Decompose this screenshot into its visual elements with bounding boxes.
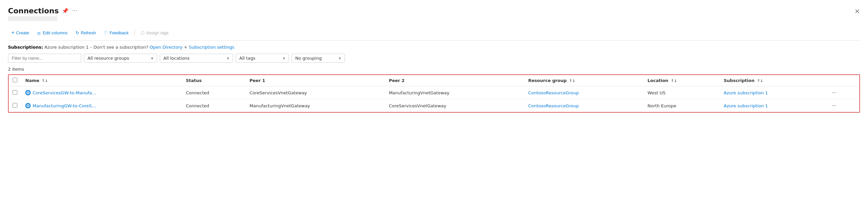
resource-group-sort-icon[interactable]: ↑↓: [569, 79, 575, 83]
table-header: Name ↑↓ Status Peer 1 Peer 2 Resource gr…: [9, 75, 859, 86]
row-actions-cell: ···: [826, 99, 859, 112]
subscription-link[interactable]: Azure subscription 1: [724, 90, 768, 95]
row-subscription-cell: Azure subscription 1: [720, 99, 826, 112]
row-peer1-cell: ManufacturingVnetGateway: [246, 99, 385, 112]
row-subscription-cell: Azure subscription 1: [720, 86, 826, 99]
tags-label: All tags: [239, 56, 255, 61]
locations-dropdown[interactable]: All locations ∨: [160, 54, 233, 63]
locations-label: All locations: [163, 56, 190, 61]
chevron-down-icon: ∨: [339, 56, 341, 60]
row-resource-group-cell: ContosoResourceGroup: [524, 86, 644, 99]
subscription-column-header: Subscription ↑↓: [720, 75, 826, 86]
status-column-header: Status: [182, 75, 246, 86]
chevron-down-icon: ∨: [151, 56, 153, 60]
connection-status-icon: [25, 90, 31, 95]
row-location-cell: North Europe: [644, 99, 720, 112]
location-column-header: Location ↑↓: [644, 75, 720, 86]
name-sort-icon[interactable]: ↑↓: [42, 79, 48, 83]
chevron-down-icon: ∨: [227, 56, 229, 60]
plus-icon: +: [11, 30, 14, 36]
item-count: 2 items: [8, 67, 860, 72]
row-name-cell: CoreServicesGW-to-Manufa…: [21, 86, 182, 99]
select-all-checkbox[interactable]: [13, 78, 17, 82]
row-more-button[interactable]: ···: [830, 102, 838, 109]
row-more-button[interactable]: ···: [830, 89, 838, 96]
page-title: Connections: [8, 7, 59, 15]
assign-tags-icon: ⬡: [141, 30, 145, 35]
connections-table: Name ↑↓ Status Peer 1 Peer 2 Resource gr…: [9, 75, 859, 112]
filters-row: All resource groups ∨ All locations ∨ Al…: [8, 54, 860, 63]
row-name-cell: ManufacturingGW-to-CoreS…: [21, 99, 182, 112]
feedback-icon: ♡: [104, 30, 108, 35]
peer1-column-header: Peer 1: [246, 75, 385, 86]
edit-columns-icon: ⚌: [37, 30, 41, 35]
open-directory-link[interactable]: Open Directory: [149, 45, 182, 50]
row-peer2-cell: ManufacturingVnetGateway: [385, 86, 524, 99]
peer2-column-header: Peer 2: [385, 75, 524, 86]
feedback-button[interactable]: ♡ Feedback: [100, 28, 132, 37]
table-body: CoreServicesGW-to-Manufa… Connected Core…: [9, 86, 859, 112]
connection-name-link[interactable]: ManufacturingGW-to-CoreS…: [33, 103, 96, 108]
subscription-settings-link[interactable]: Subscription settings: [189, 45, 234, 50]
row-checkbox-cell: [9, 99, 21, 112]
select-all-column: [9, 75, 21, 86]
more-options-icon[interactable]: ···: [72, 8, 77, 14]
row-resource-group-cell: ContosoResourceGroup: [524, 99, 644, 112]
resource-groups-label: All resource groups: [88, 56, 129, 61]
table-row: ManufacturingGW-to-CoreS… Connected Manu…: [9, 99, 859, 112]
row-checkbox[interactable]: [13, 103, 17, 108]
chevron-down-icon: ∨: [283, 56, 285, 60]
pin-icon[interactable]: 📌: [62, 8, 68, 14]
row-status-cell: Connected: [182, 99, 246, 112]
subscriptions-text: Azure subscription 1 – Don't see a subsc…: [44, 45, 148, 50]
create-button[interactable]: + Create: [8, 28, 32, 38]
subscriptions-label: Subscriptions:: [8, 45, 43, 50]
page-subtitle: ████████████████: [8, 16, 860, 21]
row-peer2-cell: CoreServicesVnetGateway: [385, 99, 524, 112]
subscriptions-plus: +: [184, 45, 189, 50]
assign-tags-button[interactable]: ⬡ Assign tags: [137, 28, 172, 37]
row-actions-cell: ···: [826, 86, 859, 99]
toolbar-separator: [134, 29, 135, 36]
close-button[interactable]: ×: [855, 7, 860, 15]
name-column-header: Name ↑↓: [21, 75, 182, 86]
actions-column-header: [826, 75, 859, 86]
resource-group-link[interactable]: ContosoResourceGroup: [528, 103, 579, 108]
row-location-cell: West US: [644, 86, 720, 99]
refresh-icon: ↻: [75, 30, 79, 35]
resource-group-column-header: Resource group ↑↓: [524, 75, 644, 86]
row-peer1-cell: CoreServicesVnetGateway: [246, 86, 385, 99]
row-status-cell: Connected: [182, 86, 246, 99]
connection-name-link[interactable]: CoreServicesGW-to-Manufa…: [33, 90, 96, 95]
resource-groups-dropdown[interactable]: All resource groups ∨: [84, 54, 157, 63]
row-checkbox-cell: [9, 86, 21, 99]
subscription-sort-icon[interactable]: ↑↓: [757, 79, 763, 83]
row-checkbox[interactable]: [13, 90, 17, 95]
tags-dropdown[interactable]: All tags ∨: [236, 54, 289, 63]
refresh-button[interactable]: ↻ Refresh: [72, 28, 99, 37]
filter-by-name-input[interactable]: [8, 54, 81, 63]
grouping-dropdown[interactable]: No grouping ∨: [291, 54, 345, 63]
subscriptions-bar: Subscriptions: Azure subscription 1 – Do…: [8, 45, 860, 50]
grouping-label: No grouping: [295, 56, 322, 61]
connections-table-container: Name ↑↓ Status Peer 1 Peer 2 Resource gr…: [8, 74, 860, 113]
location-sort-icon[interactable]: ↑↓: [671, 79, 677, 83]
toolbar: + Create ⚌ Edit columns ↻ Refresh ♡ Feed…: [8, 25, 860, 41]
edit-columns-button[interactable]: ⚌ Edit columns: [34, 28, 70, 37]
connection-status-icon: [25, 103, 31, 108]
table-row: CoreServicesGW-to-Manufa… Connected Core…: [9, 86, 859, 99]
resource-group-link[interactable]: ContosoResourceGroup: [528, 90, 579, 95]
subscription-link[interactable]: Azure subscription 1: [724, 103, 768, 108]
